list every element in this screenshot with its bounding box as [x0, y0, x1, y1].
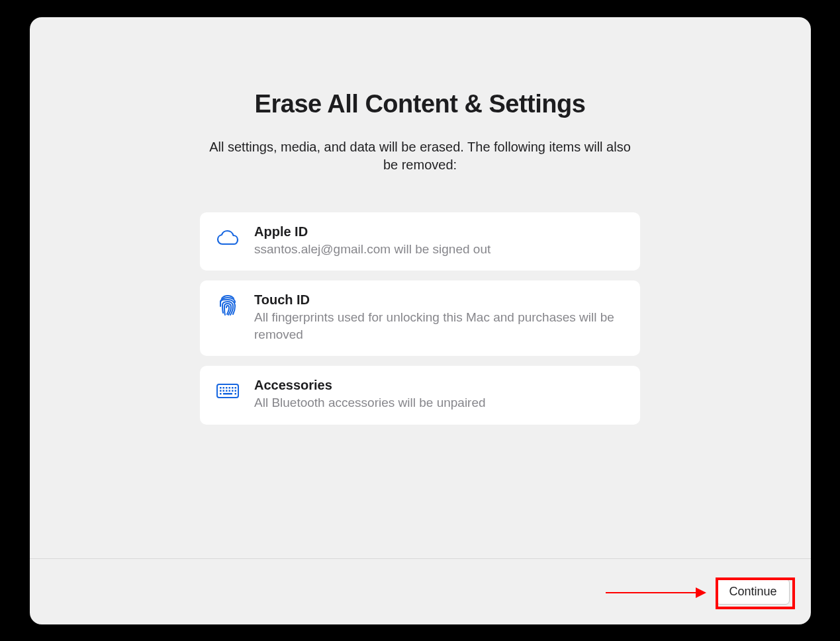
svg-rect-12: [235, 390, 237, 392]
svg-rect-3: [226, 387, 228, 389]
svg-rect-8: [223, 390, 225, 392]
item-text: Touch ID All fingerprints used for unloc…: [254, 292, 624, 343]
svg-rect-4: [229, 387, 231, 389]
svg-rect-13: [220, 393, 222, 395]
svg-rect-10: [229, 390, 231, 392]
fingerprint-icon: [216, 294, 240, 318]
item-text: Apple ID ssantos.alej@gmail.com will be …: [254, 224, 624, 258]
annotation-arrow: [606, 592, 705, 593]
item-touch-id: Touch ID All fingerprints used for unloc…: [200, 280, 640, 356]
svg-rect-11: [232, 390, 234, 392]
items-list: Apple ID ssantos.alej@gmail.com will be …: [200, 212, 640, 425]
item-title: Touch ID: [254, 292, 624, 308]
svg-rect-7: [220, 390, 222, 392]
svg-rect-15: [235, 393, 237, 395]
item-description: All fingerprints used for unlocking this…: [254, 309, 624, 343]
svg-rect-5: [232, 387, 234, 389]
keyboard-icon: [216, 379, 240, 403]
svg-rect-2: [223, 387, 225, 389]
page-subtitle: All settings, media, and data will be er…: [202, 138, 639, 174]
svg-rect-1: [220, 387, 222, 389]
svg-rect-6: [235, 387, 237, 389]
svg-rect-14: [223, 393, 232, 395]
main-content: Erase All Content & Settings All setting…: [30, 17, 811, 558]
item-accessories: Accessories All Bluetooth accessories wi…: [200, 366, 640, 425]
svg-rect-9: [226, 390, 228, 392]
item-title: Apple ID: [254, 224, 624, 239]
item-description: ssantos.alej@gmail.com will be signed ou…: [254, 241, 624, 258]
erase-assistant-window: Erase All Content & Settings All setting…: [30, 17, 811, 624]
item-apple-id: Apple ID ssantos.alej@gmail.com will be …: [200, 212, 640, 271]
item-text: Accessories All Bluetooth accessories wi…: [254, 378, 624, 411]
page-title: Erase All Content & Settings: [255, 90, 586, 118]
footer: Continue: [30, 558, 811, 624]
cloud-icon: [216, 226, 240, 249]
continue-button[interactable]: Continue: [716, 579, 789, 605]
item-description: All Bluetooth accessories will be unpair…: [254, 394, 624, 411]
item-title: Accessories: [254, 378, 624, 393]
